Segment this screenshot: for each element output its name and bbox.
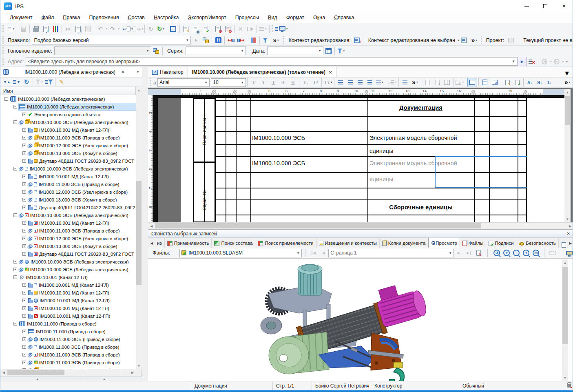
document-editor[interactable]: 1567891011121314151619 3456789 Перв. при… — [148, 88, 573, 222]
tree-row[interactable]: −⚙IM1000.10.000 ЭСБ (Лебедка электрическ… — [0, 118, 136, 126]
tree-row[interactable]: +⚙IM1000.12.000 ЭСБ (Узел крюка в сборе) — [0, 142, 136, 149]
series-combo[interactable] — [186, 47, 246, 55]
back-button[interactable] — [540, 57, 549, 66]
rule-combo[interactable]: Подбор базовых версий — [32, 36, 191, 44]
tree-panel-close-icon[interactable] — [121, 70, 124, 74]
expand-expander-icon[interactable]: + — [22, 159, 26, 163]
expand-expander-icon[interactable]: + — [22, 345, 26, 349]
expand-expander-icon[interactable]: + — [22, 113, 26, 116]
tree-row[interactable]: +⚙IM1000.11.000 ЭСБ (Привод в сборе) — [0, 335, 136, 343]
first-page-button[interactable] — [309, 248, 319, 258]
menu-item-справка[interactable]: Справка — [330, 13, 358, 22]
spec-table-row[interactable] — [215, 116, 527, 131]
paragraph-button[interactable] — [375, 78, 385, 87]
menu-item-документ[interactable]: Документ — [5, 13, 37, 22]
tree-row[interactable]: −IM1000.11.000 (Привод в сборе) — [0, 320, 136, 328]
filter-frame-button[interactable] — [261, 35, 271, 45]
properties-tab-подписи[interactable]: Подписи — [486, 239, 516, 248]
print-preview-button[interactable] — [41, 24, 51, 34]
properties-tab-поиск-применяемости[interactable]: Поиск применяемости — [255, 239, 316, 248]
expand-expander-icon[interactable]: + — [22, 252, 26, 256]
open-window-button[interactable] — [490, 78, 500, 87]
tree-row[interactable]: +⚙IM1000.11.000 ЭСБ (Привод в сборе) — [0, 366, 136, 369]
strike-button[interactable]: T — [278, 78, 288, 87]
align-center-button[interactable] — [345, 78, 355, 87]
collapse-out-button[interactable] — [236, 35, 246, 45]
spec-table-row[interactable] — [215, 95, 527, 100]
delete-button[interactable] — [236, 24, 246, 34]
doc-special-button[interactable] — [423, 78, 432, 87]
tree-row[interactable]: +IM1000.10.001 МД (Канат 12-ГЛ) — [0, 173, 136, 180]
context-overflow-button[interactable] — [469, 35, 479, 45]
zoom-out-button[interactable] — [511, 248, 521, 258]
properties-panel-close-icon[interactable] — [567, 231, 570, 236]
edit-record-button[interactable] — [502, 78, 512, 87]
last-page-button[interactable] — [464, 248, 473, 258]
page-combo[interactable]: Страница 1 — [328, 249, 454, 257]
properties-tab-файлы[interactable]: Файлы — [460, 239, 487, 248]
tree-row[interactable]: +IM1000.10.001 МД (Канат 12-ГЛ) — [0, 289, 136, 297]
tree-row[interactable]: +⚙IM1000.11.000 ЭСБ (Привод в сборе) — [0, 359, 136, 366]
list-options-button[interactable] — [258, 24, 268, 34]
spec-table-row[interactable]: IM1000.10.000 ЭСБЭлектронная модель сбор… — [215, 131, 527, 144]
vertical-splitter[interactable] — [142, 67, 148, 381]
checkin-document-button[interactable] — [201, 24, 210, 34]
menu-item-приложения[interactable]: Приложения — [84, 13, 123, 22]
tree-row[interactable]: +Двутавр 40ДШ1 ГО04210422 26020-83_09Г2 — [0, 204, 136, 211]
annotate-button[interactable] — [473, 248, 483, 258]
right-overflow-button[interactable] — [562, 78, 572, 87]
numbering-button[interactable] — [544, 78, 554, 87]
tree-row[interactable]: +⚙IM1000.11.000 ЭСБ (Привод в сборе) — [0, 227, 136, 235]
redo-button[interactable] — [108, 24, 117, 34]
subscript-button[interactable]: T₂ — [301, 78, 310, 87]
menu-item-экспорт/импорт[interactable]: Экспорт/Импорт — [184, 13, 231, 22]
tree-filter-button[interactable] — [34, 78, 44, 87]
section-header-cell[interactable]: Документация — [367, 104, 474, 111]
undo-button[interactable] — [95, 24, 105, 34]
address-input[interactable]: <Введите здесь путь для перехода по иера… — [26, 57, 517, 66]
zoom-refresh-button[interactable] — [492, 248, 502, 258]
collapse-expander-icon[interactable]: − — [13, 322, 17, 326]
properties-form-button[interactable] — [168, 24, 178, 34]
bold-button[interactable]: T — [249, 78, 259, 87]
tree-edit-button[interactable] — [57, 78, 66, 87]
sort-descending-button[interactable] — [2, 78, 12, 87]
line-spacing-button[interactable] — [400, 78, 410, 87]
context-edit-button[interactable] — [460, 35, 469, 45]
menu-item-настройка[interactable]: Настройка — [149, 13, 184, 22]
expand-expander-icon[interactable]: + — [22, 128, 26, 132]
maximize-button[interactable] — [536, 0, 555, 12]
remove-relation-button[interactable] — [246, 24, 255, 34]
address-clear-button[interactable] — [527, 57, 537, 66]
tree-refresh-button[interactable] — [22, 78, 31, 87]
tree-panel-tab[interactable]: IM1000.10.000 (Лебедка электрическая) — [0, 67, 142, 78]
expand-expander-icon[interactable]: + — [22, 283, 26, 287]
cancel-edit-alt-button[interactable] — [223, 24, 233, 34]
superscript-button[interactable]: T² — [310, 78, 320, 87]
tab-scroll-button[interactable]: ▶ — [568, 239, 573, 248]
tree-row[interactable]: +IM1000.10.001 МД (Канат 12-ГЛ) — [0, 304, 136, 312]
menu-item-состав[interactable]: Состав — [124, 13, 149, 22]
expand-expander-icon[interactable]: + — [22, 306, 26, 310]
zoom-in-button[interactable] — [502, 248, 511, 258]
menu-item-файл[interactable]: Файл — [37, 13, 58, 22]
expand-expander-icon[interactable]: + — [22, 361, 26, 364]
project-value[interactable]: Текущий проект не выбран — [523, 38, 573, 43]
align-justify-button[interactable] — [365, 78, 375, 87]
expand-expander-icon[interactable]: + — [22, 206, 26, 209]
save-button[interactable] — [18, 24, 28, 34]
minimize-button[interactable] — [517, 0, 536, 12]
tree-row[interactable]: +⚙IM1000.10.000 ЭСБ (Лебедка электрическ… — [0, 266, 136, 273]
tree-row[interactable]: +✔Электронная подпись объекта — [0, 111, 136, 118]
selected-cell-outline[interactable] — [435, 156, 527, 188]
menu-item-правка[interactable]: Правка — [58, 13, 84, 22]
sort-az-button[interactable] — [525, 78, 535, 87]
import-button[interactable] — [122, 24, 133, 34]
refresh-button[interactable] — [146, 24, 156, 34]
align-right-button[interactable] — [355, 78, 365, 87]
tab-document[interactable]: IM1000.10.000 (Лебедка электрическая) (т… — [188, 67, 337, 77]
table-columns-button[interactable] — [480, 78, 490, 87]
copy-table-button[interactable] — [442, 78, 452, 87]
sync-button[interactable] — [156, 24, 166, 34]
tree-row[interactable]: +IM1000.10.001 МД (Канат 12-ГЛ) — [0, 297, 136, 304]
